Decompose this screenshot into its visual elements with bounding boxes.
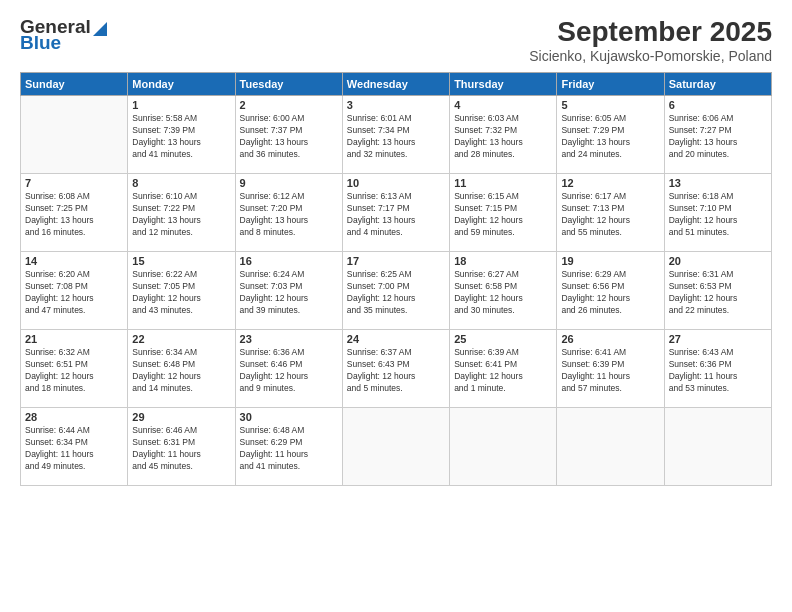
calendar-cell: 2Sunrise: 6:00 AM Sunset: 7:37 PM Daylig…: [235, 96, 342, 174]
calendar-header-row: SundayMondayTuesdayWednesdayThursdayFrid…: [21, 73, 772, 96]
logo-triangle-icon: [93, 18, 107, 36]
day-of-week-header: Thursday: [450, 73, 557, 96]
calendar-cell: [21, 96, 128, 174]
calendar-cell: 28Sunrise: 6:44 AM Sunset: 6:34 PM Dayli…: [21, 408, 128, 486]
calendar-week-row: 7Sunrise: 6:08 AM Sunset: 7:25 PM Daylig…: [21, 174, 772, 252]
day-number: 24: [347, 333, 445, 345]
day-info: Sunrise: 6:46 AM Sunset: 6:31 PM Dayligh…: [132, 425, 230, 473]
title-block: September 2025 Sicienko, Kujawsko-Pomors…: [529, 16, 772, 64]
day-info: Sunrise: 6:01 AM Sunset: 7:34 PM Dayligh…: [347, 113, 445, 161]
calendar-cell: 16Sunrise: 6:24 AM Sunset: 7:03 PM Dayli…: [235, 252, 342, 330]
day-number: 30: [240, 411, 338, 423]
calendar-cell: 23Sunrise: 6:36 AM Sunset: 6:46 PM Dayli…: [235, 330, 342, 408]
day-number: 14: [25, 255, 123, 267]
day-info: Sunrise: 6:41 AM Sunset: 6:39 PM Dayligh…: [561, 347, 659, 395]
location: Sicienko, Kujawsko-Pomorskie, Poland: [529, 48, 772, 64]
calendar-cell: 15Sunrise: 6:22 AM Sunset: 7:05 PM Dayli…: [128, 252, 235, 330]
day-info: Sunrise: 6:48 AM Sunset: 6:29 PM Dayligh…: [240, 425, 338, 473]
day-info: Sunrise: 6:36 AM Sunset: 6:46 PM Dayligh…: [240, 347, 338, 395]
day-of-week-header: Tuesday: [235, 73, 342, 96]
day-number: 8: [132, 177, 230, 189]
day-info: Sunrise: 6:18 AM Sunset: 7:10 PM Dayligh…: [669, 191, 767, 239]
calendar-cell: 10Sunrise: 6:13 AM Sunset: 7:17 PM Dayli…: [342, 174, 449, 252]
day-number: 16: [240, 255, 338, 267]
day-of-week-header: Friday: [557, 73, 664, 96]
day-number: 12: [561, 177, 659, 189]
calendar-table: SundayMondayTuesdayWednesdayThursdayFrid…: [20, 72, 772, 486]
day-info: Sunrise: 6:24 AM Sunset: 7:03 PM Dayligh…: [240, 269, 338, 317]
calendar-cell: [342, 408, 449, 486]
calendar-cell: [450, 408, 557, 486]
calendar-cell: 5Sunrise: 6:05 AM Sunset: 7:29 PM Daylig…: [557, 96, 664, 174]
calendar-cell: 18Sunrise: 6:27 AM Sunset: 6:58 PM Dayli…: [450, 252, 557, 330]
day-number: 13: [669, 177, 767, 189]
svg-marker-0: [93, 22, 107, 36]
day-info: Sunrise: 6:27 AM Sunset: 6:58 PM Dayligh…: [454, 269, 552, 317]
day-info: Sunrise: 6:15 AM Sunset: 7:15 PM Dayligh…: [454, 191, 552, 239]
day-number: 17: [347, 255, 445, 267]
calendar-week-row: 14Sunrise: 6:20 AM Sunset: 7:08 PM Dayli…: [21, 252, 772, 330]
day-info: Sunrise: 6:06 AM Sunset: 7:27 PM Dayligh…: [669, 113, 767, 161]
day-info: Sunrise: 6:22 AM Sunset: 7:05 PM Dayligh…: [132, 269, 230, 317]
logo-blue: Blue: [20, 32, 61, 54]
calendar-cell: 22Sunrise: 6:34 AM Sunset: 6:48 PM Dayli…: [128, 330, 235, 408]
calendar-week-row: 28Sunrise: 6:44 AM Sunset: 6:34 PM Dayli…: [21, 408, 772, 486]
calendar-cell: 6Sunrise: 6:06 AM Sunset: 7:27 PM Daylig…: [664, 96, 771, 174]
day-number: 4: [454, 99, 552, 111]
day-number: 21: [25, 333, 123, 345]
day-number: 29: [132, 411, 230, 423]
day-info: Sunrise: 6:25 AM Sunset: 7:00 PM Dayligh…: [347, 269, 445, 317]
calendar-cell: 8Sunrise: 6:10 AM Sunset: 7:22 PM Daylig…: [128, 174, 235, 252]
calendar-cell: 29Sunrise: 6:46 AM Sunset: 6:31 PM Dayli…: [128, 408, 235, 486]
day-info: Sunrise: 6:34 AM Sunset: 6:48 PM Dayligh…: [132, 347, 230, 395]
calendar-body: 1Sunrise: 5:58 AM Sunset: 7:39 PM Daylig…: [21, 96, 772, 486]
day-number: 3: [347, 99, 445, 111]
day-number: 26: [561, 333, 659, 345]
day-number: 23: [240, 333, 338, 345]
calendar-cell: 20Sunrise: 6:31 AM Sunset: 6:53 PM Dayli…: [664, 252, 771, 330]
day-info: Sunrise: 6:39 AM Sunset: 6:41 PM Dayligh…: [454, 347, 552, 395]
day-number: 5: [561, 99, 659, 111]
day-info: Sunrise: 6:03 AM Sunset: 7:32 PM Dayligh…: [454, 113, 552, 161]
calendar-cell: 19Sunrise: 6:29 AM Sunset: 6:56 PM Dayli…: [557, 252, 664, 330]
day-number: 28: [25, 411, 123, 423]
day-number: 9: [240, 177, 338, 189]
calendar-cell: 21Sunrise: 6:32 AM Sunset: 6:51 PM Dayli…: [21, 330, 128, 408]
day-of-week-header: Saturday: [664, 73, 771, 96]
day-number: 25: [454, 333, 552, 345]
calendar-cell: 9Sunrise: 6:12 AM Sunset: 7:20 PM Daylig…: [235, 174, 342, 252]
calendar-week-row: 21Sunrise: 6:32 AM Sunset: 6:51 PM Dayli…: [21, 330, 772, 408]
day-info: Sunrise: 6:32 AM Sunset: 6:51 PM Dayligh…: [25, 347, 123, 395]
day-number: 6: [669, 99, 767, 111]
calendar-cell: 3Sunrise: 6:01 AM Sunset: 7:34 PM Daylig…: [342, 96, 449, 174]
month-title: September 2025: [529, 16, 772, 48]
day-info: Sunrise: 6:05 AM Sunset: 7:29 PM Dayligh…: [561, 113, 659, 161]
day-info: Sunrise: 6:10 AM Sunset: 7:22 PM Dayligh…: [132, 191, 230, 239]
day-info: Sunrise: 6:37 AM Sunset: 6:43 PM Dayligh…: [347, 347, 445, 395]
calendar-cell: [557, 408, 664, 486]
calendar-cell: 7Sunrise: 6:08 AM Sunset: 7:25 PM Daylig…: [21, 174, 128, 252]
day-number: 22: [132, 333, 230, 345]
calendar-cell: [664, 408, 771, 486]
calendar-cell: 13Sunrise: 6:18 AM Sunset: 7:10 PM Dayli…: [664, 174, 771, 252]
day-info: Sunrise: 6:00 AM Sunset: 7:37 PM Dayligh…: [240, 113, 338, 161]
day-number: 1: [132, 99, 230, 111]
day-of-week-header: Wednesday: [342, 73, 449, 96]
day-of-week-header: Sunday: [21, 73, 128, 96]
calendar-cell: 27Sunrise: 6:43 AM Sunset: 6:36 PM Dayli…: [664, 330, 771, 408]
calendar-cell: 4Sunrise: 6:03 AM Sunset: 7:32 PM Daylig…: [450, 96, 557, 174]
calendar-week-row: 1Sunrise: 5:58 AM Sunset: 7:39 PM Daylig…: [21, 96, 772, 174]
day-info: Sunrise: 6:29 AM Sunset: 6:56 PM Dayligh…: [561, 269, 659, 317]
day-info: Sunrise: 6:44 AM Sunset: 6:34 PM Dayligh…: [25, 425, 123, 473]
calendar-cell: 12Sunrise: 6:17 AM Sunset: 7:13 PM Dayli…: [557, 174, 664, 252]
day-info: Sunrise: 6:13 AM Sunset: 7:17 PM Dayligh…: [347, 191, 445, 239]
day-info: Sunrise: 6:17 AM Sunset: 7:13 PM Dayligh…: [561, 191, 659, 239]
day-number: 2: [240, 99, 338, 111]
calendar-cell: 26Sunrise: 6:41 AM Sunset: 6:39 PM Dayli…: [557, 330, 664, 408]
calendar-cell: 24Sunrise: 6:37 AM Sunset: 6:43 PM Dayli…: [342, 330, 449, 408]
page-header: General Blue September 2025 Sicienko, Ku…: [20, 16, 772, 64]
day-number: 11: [454, 177, 552, 189]
day-info: Sunrise: 5:58 AM Sunset: 7:39 PM Dayligh…: [132, 113, 230, 161]
day-number: 27: [669, 333, 767, 345]
logo: General Blue: [20, 16, 107, 54]
